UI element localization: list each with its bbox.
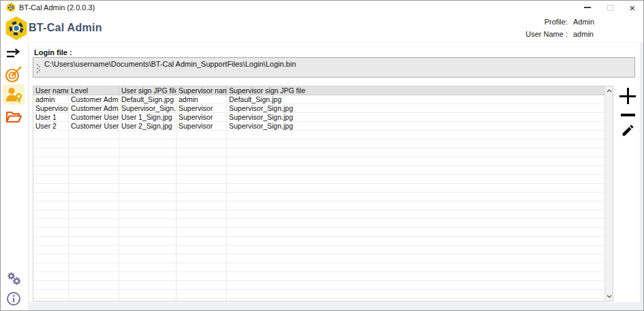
table-row[interactable]: SupervisorCustomer AdminSupervisor_Sign.… bbox=[33, 104, 606, 113]
table-cell bbox=[177, 246, 227, 254]
table-cell bbox=[177, 210, 227, 218]
table-cell bbox=[69, 263, 119, 272]
table-row-empty[interactable] bbox=[33, 157, 606, 166]
table-row-empty[interactable] bbox=[33, 201, 606, 210]
table-row-empty[interactable] bbox=[33, 184, 606, 193]
pencil-icon bbox=[621, 123, 635, 137]
gears-icon bbox=[6, 272, 22, 286]
table-cell bbox=[177, 299, 227, 301]
table-cell bbox=[33, 184, 69, 192]
table-cell bbox=[119, 131, 177, 139]
add-user-button[interactable] bbox=[616, 86, 639, 105]
sidebar-item-about[interactable] bbox=[3, 289, 25, 308]
table-cell bbox=[119, 140, 177, 148]
edit-user-button[interactable] bbox=[616, 122, 639, 138]
table-cell bbox=[227, 290, 606, 298]
table-cell bbox=[33, 228, 69, 236]
table-cell bbox=[33, 299, 69, 301]
table-cell bbox=[177, 281, 227, 289]
table-cell bbox=[227, 299, 606, 301]
table-row-empty[interactable] bbox=[33, 255, 606, 263]
login-file-input[interactable] bbox=[33, 57, 635, 78]
table-row-empty[interactable] bbox=[33, 281, 606, 290]
table-cell bbox=[227, 157, 606, 165]
table-cell: Supervisor_Sign.jpg bbox=[227, 113, 606, 121]
window-title: BT-Cal Admin (2.0.0.3) bbox=[19, 3, 95, 12]
table-cell bbox=[227, 148, 606, 157]
column-header[interactable]: Level bbox=[69, 86, 119, 95]
table-cell: Customer User bbox=[69, 122, 119, 130]
table-cell bbox=[33, 166, 69, 174]
table-row-empty[interactable] bbox=[33, 272, 606, 281]
table-cell bbox=[227, 131, 606, 139]
column-header[interactable]: User sign JPG file bbox=[119, 86, 177, 95]
table-cell bbox=[119, 184, 177, 192]
remove-user-button[interactable] bbox=[616, 107, 639, 123]
table-cell: Default_Sign.jpg bbox=[227, 95, 606, 103]
table-cell bbox=[33, 263, 69, 272]
table-cell: Default_Sign.jpg bbox=[119, 95, 177, 103]
scroll-up-button[interactable] bbox=[605, 86, 613, 95]
table-cell bbox=[69, 148, 119, 157]
sidebar-item-users[interactable] bbox=[3, 84, 25, 105]
menu-arrow-icon bbox=[5, 48, 22, 59]
close-button[interactable]: × bbox=[625, 1, 640, 14]
table-cell bbox=[227, 272, 606, 280]
table-cell bbox=[227, 184, 606, 192]
minimize-button[interactable] bbox=[580, 1, 595, 14]
table-row-empty[interactable] bbox=[33, 140, 606, 148]
table-row-empty[interactable] bbox=[33, 290, 606, 299]
table-cell bbox=[33, 210, 69, 218]
table-row-empty[interactable] bbox=[33, 166, 606, 175]
table-row-empty[interactable] bbox=[33, 210, 606, 219]
maximize-button[interactable] bbox=[602, 1, 617, 14]
table-row[interactable]: adminCustomer AdminDefault_Sign.jpgadmin… bbox=[33, 95, 606, 104]
user-name-value: admin bbox=[573, 30, 594, 38]
table-header-row: User nameLevelUser sign JPG fileSupervis… bbox=[33, 86, 606, 95]
sidebar-item-menu[interactable] bbox=[3, 44, 25, 63]
table-cell bbox=[69, 290, 119, 298]
sidebar-item-files[interactable] bbox=[3, 108, 25, 127]
scroll-down-button[interactable] bbox=[605, 292, 613, 301]
table-cell bbox=[227, 219, 606, 227]
table-row-empty[interactable] bbox=[33, 246, 606, 255]
table-cell: User 1_Sign.jpg bbox=[119, 113, 177, 121]
sidebar-item-settings[interactable] bbox=[3, 269, 25, 288]
table-row-empty[interactable] bbox=[33, 219, 606, 228]
table-cell bbox=[33, 219, 69, 227]
table-cell: admin bbox=[177, 95, 227, 103]
table-row-empty[interactable] bbox=[33, 175, 606, 184]
table-cell bbox=[119, 219, 177, 227]
table-cell bbox=[33, 290, 69, 298]
app-logo-icon bbox=[5, 16, 27, 40]
column-header[interactable]: Supervisor sign JPG file bbox=[227, 86, 606, 95]
table-row[interactable]: User 1Customer UserUser 1_Sign.jpgSuperv… bbox=[33, 113, 606, 122]
table-cell bbox=[69, 157, 119, 165]
table-cell bbox=[69, 131, 119, 139]
table-cell bbox=[119, 210, 177, 218]
table-cell bbox=[227, 140, 606, 148]
column-header[interactable]: User name bbox=[33, 86, 69, 95]
table-cell bbox=[69, 272, 119, 280]
table-cell: Supervisor bbox=[177, 113, 227, 121]
table-row-empty[interactable] bbox=[33, 228, 606, 237]
table-row-empty[interactable] bbox=[33, 263, 606, 272]
table-row-empty[interactable] bbox=[33, 131, 606, 140]
table-cell bbox=[177, 219, 227, 227]
table-cell: User 1 bbox=[33, 113, 69, 121]
table-cell: User 2 bbox=[33, 122, 69, 130]
sidebar-item-calibration[interactable] bbox=[3, 65, 25, 84]
sidebar bbox=[1, 42, 28, 311]
column-header[interactable]: Supervisor name bbox=[177, 86, 227, 95]
table-row[interactable]: User 2Customer UserUser 2_Sign.jpgSuperv… bbox=[33, 122, 606, 131]
table-row-empty[interactable] bbox=[33, 237, 606, 246]
table-row-empty[interactable] bbox=[33, 299, 606, 301]
table-cell bbox=[33, 193, 69, 201]
table-cell bbox=[177, 131, 227, 139]
chevron-up-icon bbox=[607, 89, 612, 93]
table-row-empty[interactable] bbox=[33, 193, 606, 201]
vertical-scrollbar[interactable] bbox=[604, 86, 613, 301]
table-cell bbox=[119, 201, 177, 210]
table-row-empty[interactable] bbox=[33, 148, 606, 157]
table-cell bbox=[227, 281, 606, 289]
